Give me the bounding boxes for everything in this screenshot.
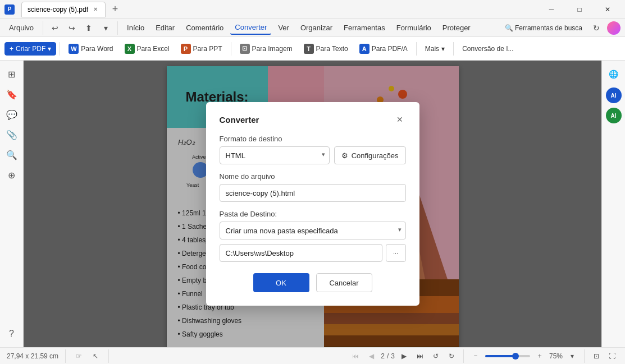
pasta-select[interactable]: Criar uma nova pasta especificada bbox=[220, 222, 406, 239]
conversao-label: Conversão de I... bbox=[462, 45, 513, 53]
zoom-dropdown-button[interactable]: ▾ bbox=[566, 350, 578, 362]
slider-thumb[interactable] bbox=[512, 353, 519, 360]
current-page: 2 bbox=[381, 352, 385, 360]
tab-close-icon[interactable]: ✕ bbox=[92, 6, 99, 13]
active-tab[interactable]: science-copy (5).pdf ✕ bbox=[21, 2, 106, 17]
ai-badge-green[interactable]: AI bbox=[606, 108, 622, 123]
menu-inicio[interactable]: Início bbox=[122, 21, 149, 34]
rotate-right-button[interactable]: ↻ bbox=[445, 350, 458, 362]
para-pdfa-button[interactable]: A Para PDF/A bbox=[354, 41, 413, 57]
slider-track bbox=[485, 355, 530, 357]
search-tools-btn[interactable]: 🔍 Ferramentas de busca bbox=[501, 22, 586, 34]
menu-comentario[interactable]: Comentário bbox=[181, 21, 228, 34]
para-excel-label: Para Excel bbox=[137, 45, 170, 53]
zoom-slider[interactable] bbox=[485, 355, 530, 357]
cursor-tool[interactable]: ☞ bbox=[72, 350, 85, 362]
search-icon: 🔍 bbox=[505, 24, 513, 32]
word-icon: W bbox=[69, 44, 79, 54]
sidebar-layers-icon[interactable]: ⊕ bbox=[3, 166, 21, 184]
cancel-button[interactable]: Cancelar bbox=[316, 273, 372, 292]
conversao-button[interactable]: Conversão de I... bbox=[457, 42, 518, 56]
close-button[interactable]: ✕ bbox=[595, 0, 621, 19]
modal-title-bar: Converter ✕ bbox=[220, 113, 406, 126]
last-page-button[interactable]: ⏭ bbox=[414, 350, 426, 362]
sidebar-search-icon[interactable]: 🔍 bbox=[3, 146, 21, 164]
menu-formulario[interactable]: Formulário bbox=[392, 21, 436, 34]
modal-overlay: Converter ✕ Formato de destino HTML ▾ ⚙ … bbox=[24, 61, 601, 347]
toolbar-sep-2 bbox=[231, 42, 231, 56]
menu-organizar[interactable]: Organizar bbox=[296, 21, 337, 34]
path-input[interactable] bbox=[220, 244, 382, 262]
menu-proteger[interactable]: Proteger bbox=[438, 21, 475, 34]
modal-close-button[interactable]: ✕ bbox=[394, 113, 406, 126]
bottom-bar: 27,94 x 21,59 cm ☞ ↖ ⏮ ◀ 2 / 3 ▶ ⏭ ↺ ↻ －… bbox=[0, 347, 625, 364]
sidebar-bookmark-icon[interactable]: 🔖 bbox=[3, 85, 21, 103]
minimize-button[interactable]: ─ bbox=[539, 0, 564, 19]
mais-button[interactable]: Mais ▾ bbox=[420, 42, 450, 56]
imagem-icon: ⊡ bbox=[240, 44, 250, 54]
right-sidebar: 🌐 AI AI bbox=[601, 61, 625, 347]
toolbar-sep-3 bbox=[416, 42, 417, 56]
menu-bar: Arquivo ↩ ↪ ⬆ ▾ Início Editar Comentário… bbox=[0, 19, 625, 37]
gear-icon: ⚙ bbox=[341, 151, 348, 160]
new-tab-button[interactable]: + bbox=[108, 2, 122, 17]
title-bar-left: P science-copy (5).pdf ✕ + bbox=[4, 2, 122, 17]
para-imagem-button[interactable]: ⊡ Para Imagem bbox=[235, 41, 298, 57]
bottom-sep-3 bbox=[463, 349, 464, 363]
sidebar-comment-icon[interactable]: 💬 bbox=[3, 105, 21, 123]
browse-button[interactable]: ··· bbox=[386, 244, 406, 262]
pointer-tool[interactable]: ↖ bbox=[89, 350, 102, 362]
next-page-button[interactable]: ▶ bbox=[398, 350, 410, 362]
pdfa-icon: A bbox=[359, 44, 369, 54]
para-word-button[interactable]: W Para Word bbox=[63, 41, 118, 57]
configuracoes-button[interactable]: ⚙ Configurações bbox=[334, 146, 406, 164]
para-pdfa-label: Para PDF/A bbox=[372, 45, 408, 53]
maximize-button[interactable]: □ bbox=[567, 0, 592, 19]
zoom-out-button[interactable]: － bbox=[469, 350, 482, 362]
formato-select[interactable]: HTML bbox=[220, 146, 330, 164]
para-texto-button[interactable]: T Para Texto bbox=[299, 41, 353, 57]
toolbar-sep-4 bbox=[453, 42, 454, 56]
menu-arquivo[interactable]: Arquivo bbox=[4, 21, 38, 34]
tab-label: science-copy (5).pdf bbox=[28, 6, 88, 13]
ai-badge-blue[interactable]: AI bbox=[606, 87, 622, 103]
sidebar-help-icon[interactable]: ? bbox=[3, 325, 21, 343]
prev-page-button[interactable]: ◀ bbox=[365, 350, 377, 362]
sidebar-thumbnail-icon[interactable]: ⊞ bbox=[3, 65, 21, 83]
formato-row: HTML ▾ ⚙ Configurações bbox=[220, 146, 406, 164]
formato-select-wrapper: HTML ▾ bbox=[220, 146, 330, 164]
menu-converter[interactable]: Converter bbox=[230, 21, 271, 35]
para-word-label: Para Word bbox=[81, 45, 113, 53]
menu-ferramentas[interactable]: Ferramentas bbox=[339, 21, 390, 34]
zoom-percent-label: 75% bbox=[549, 352, 563, 360]
toolbar-dropdown[interactable]: ▾ bbox=[98, 21, 113, 35]
mais-chevron-icon: ▾ bbox=[441, 45, 445, 53]
texto-icon: T bbox=[304, 44, 314, 54]
para-texto-label: Para Texto bbox=[316, 45, 348, 53]
menu-editar[interactable]: Editar bbox=[151, 21, 179, 34]
toolbar-redo[interactable]: ↪ bbox=[65, 21, 79, 35]
fullscreen-button[interactable]: ⛶ bbox=[606, 350, 618, 362]
profile-avatar[interactable] bbox=[607, 21, 621, 35]
translate-icon[interactable]: 🌐 bbox=[605, 65, 623, 83]
toolbar-sep-1 bbox=[60, 42, 60, 56]
para-excel-button[interactable]: X Para Excel bbox=[120, 41, 175, 57]
ppt-icon: P bbox=[181, 44, 191, 54]
create-pdf-button[interactable]: + Criar PDF ▾ bbox=[4, 42, 56, 56]
menu-ver[interactable]: Ver bbox=[273, 21, 294, 34]
first-page-button[interactable]: ⏮ bbox=[349, 350, 362, 362]
toolbar-undo[interactable]: ↩ bbox=[48, 21, 62, 35]
ok-button[interactable]: OK bbox=[253, 273, 309, 292]
zoom-in-button[interactable]: ＋ bbox=[533, 350, 546, 362]
para-ppt-label: Para PPT bbox=[193, 45, 222, 53]
sidebar-attachment-icon[interactable]: 📎 bbox=[3, 126, 21, 144]
window-controls: ─ □ ✕ bbox=[539, 0, 621, 19]
nome-arquivo-input[interactable] bbox=[220, 184, 406, 202]
search-tools-label: Ferramentas de busca bbox=[515, 24, 582, 32]
rotate-left-button[interactable]: ↺ bbox=[430, 350, 442, 362]
refresh-icon[interactable]: ↻ bbox=[589, 21, 604, 35]
toolbar-share[interactable]: ⬆ bbox=[81, 21, 96, 35]
para-ppt-button[interactable]: P Para PPT bbox=[176, 41, 227, 57]
fit-page-button[interactable]: ⊡ bbox=[590, 350, 603, 362]
mais-label: Mais bbox=[425, 45, 439, 53]
